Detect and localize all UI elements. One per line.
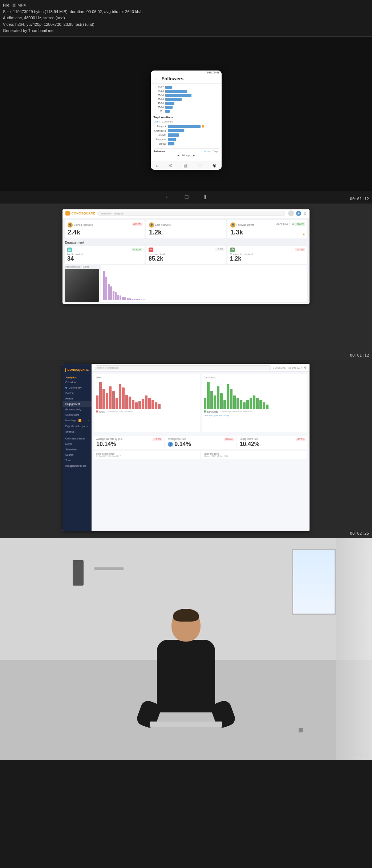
sidebar-item-comment-tracker[interactable]: Comment tracker (62, 436, 92, 441)
sidebar-item-exports[interactable]: Exports and reports (62, 423, 92, 429)
sidebar-item-tools[interactable]: Tools (62, 458, 92, 463)
sidebar-item-search[interactable]: Search (62, 452, 92, 458)
locations-tabs: Cities Countries (154, 120, 219, 123)
main-topbar: Search on Instagram 31 Aug 2017 - 29 Sep… (92, 364, 310, 372)
lifespan-bar (115, 292, 117, 300)
sidebar-item-engagement[interactable]: Engagement (62, 401, 92, 407)
comments-value: 1.2k (230, 256, 305, 262)
heart-nav-icon[interactable]: ♡ (198, 163, 202, 168)
days-tab[interactable]: Days (213, 150, 219, 153)
prev-period-button[interactable]: ◀ (177, 154, 179, 157)
comments-bar (204, 398, 206, 409)
file-info-line2: Size: 119473029 bytes (113.94 MiB), dura… (3, 9, 369, 15)
location-row: Chiang Mai (154, 129, 219, 132)
kpi-cards-row: Average talk rate by post 10.14% -17.5% … (92, 434, 310, 449)
age-chart-row: 45-54 (154, 102, 219, 105)
growth-value: 1.3k (230, 229, 304, 236)
likes-bar (132, 400, 134, 409)
lifespan-bar (103, 271, 105, 300)
comments-label: Comments received (230, 253, 305, 256)
phone-header: ← Followers (151, 75, 222, 84)
shelf (94, 567, 124, 570)
lifespan-bar (141, 300, 143, 300)
main-settings-icon[interactable]: ⚙ (304, 366, 307, 369)
back-arrow-icon[interactable]: ← (154, 76, 159, 82)
talk-rate-value: 10.14% (96, 441, 161, 447)
sidebar-item-community[interactable]: Community (62, 385, 92, 390)
sidebar-item-ig-feed[interactable]: Instagram feed lab (62, 463, 92, 469)
sidebar-item-reach[interactable]: Reach (62, 396, 92, 401)
android-recents-button[interactable]: ⬆ (203, 194, 207, 201)
sidebar-item-profile-activity[interactable]: Profile activity (62, 407, 92, 412)
sidebar-item-hashtags[interactable]: Hashtags ! › (62, 418, 92, 423)
android-back-button[interactable]: ← (165, 194, 170, 201)
likes-badge: +0.0% (215, 248, 224, 251)
location-row: Singapore (154, 138, 219, 141)
talk-rate-title: Average talk rate by post (96, 438, 161, 440)
most-commented-card: Most commented 31 Aug 2017 - 29 Sep 2017 (94, 451, 200, 459)
comments-bar (207, 382, 210, 409)
engagement-rate-card: Engagement rate 10.42% -17.2% (237, 436, 307, 449)
lost-followers-title: 👤 Lost followers (149, 222, 223, 228)
gained-followers-card: 👤 Gained followers 2.4k -28.5% (65, 220, 145, 238)
grid-nav-icon[interactable]: ▦ (183, 163, 187, 168)
search-nav-icon[interactable]: ⊙ (169, 163, 173, 168)
comments-icon: 💬 (230, 248, 235, 252)
age-chart-row: 55-64 (154, 106, 219, 109)
desktop-browser: ICONOSQUARE Search on Instagram + ⚙ 👤 Ga… (62, 209, 310, 304)
next-period-button[interactable]: ▶ (193, 154, 195, 157)
sidebar-section-title: Analytics (62, 375, 92, 379)
hashtags-badge: ! (78, 419, 81, 422)
android-home-button[interactable]: □ (185, 194, 189, 201)
comments-bar (227, 384, 229, 409)
settings-icon[interactable]: ⚙ (303, 212, 307, 216)
lost-value: 1.2k (149, 229, 223, 236)
phone-status-text: 93% 09:41 (207, 71, 219, 74)
user-avatar[interactable] (288, 210, 294, 216)
comments-bar (246, 400, 249, 409)
location-row: Bangkok (154, 125, 219, 128)
app-logo: ICONOSQUARE (65, 211, 95, 216)
sidebar-item-content[interactable]: Content (62, 390, 92, 396)
first-usage-note: Check out your first usage (204, 414, 306, 417)
likes-bar (148, 398, 151, 409)
sidebar-item-competitors[interactable]: Competitors › (62, 412, 92, 418)
home-nav-icon[interactable]: ⌂ (156, 163, 158, 168)
cities-tab[interactable]: Cities (154, 120, 160, 123)
likes-bar (96, 395, 98, 409)
phone-body: 13-1718-2425-3435-4445-5455-6465+ Top Lo… (151, 84, 222, 161)
main-date-range[interactable]: 31 Aug 2017 - 29 Sep 2017 (273, 366, 302, 369)
hours-tab[interactable]: Hours (204, 150, 211, 153)
section-iconosquare-1: ICONOSQUARE Search on Instagram + ⚙ 👤 Ga… (0, 204, 372, 360)
sidebar-item-scheduler[interactable]: Scheduler (62, 447, 92, 452)
star-icon: ★ (302, 233, 305, 236)
likes-bar (106, 393, 108, 409)
lifespan-bar (124, 297, 126, 300)
comments-bar (233, 395, 236, 409)
logo-icon (65, 211, 70, 216)
main-search[interactable]: Search on Instagram (94, 365, 271, 370)
competitors-arrow: › (88, 414, 89, 416)
person-head (171, 609, 201, 642)
sidebar-item-media[interactable]: Media (62, 441, 92, 447)
age-chart-row: 18-24 (154, 90, 219, 93)
age-chart-row: 35-44 (154, 98, 219, 101)
profile-nav-icon[interactable]: ◉ (213, 163, 216, 168)
timestamp-3: 00:02:25 (350, 531, 369, 536)
likes-value: 85.2k (149, 256, 223, 262)
countries-tab[interactable]: Countries (162, 120, 173, 123)
app-topbar: ICONOSQUARE Search on Instagram + ⚙ (62, 209, 310, 218)
app-name: ICONOSQUARE (70, 212, 95, 215)
add-button[interactable]: + (296, 211, 301, 216)
community-dot (65, 387, 67, 389)
sidebar-logo: ICONOSQUARE (62, 367, 92, 375)
age-chart: 13-1718-2425-3435-4445-5455-6465+ (154, 86, 219, 113)
lifespan-image (65, 269, 99, 302)
media-lifespan-section: Media lifespan - Likes (62, 264, 310, 304)
sidebar-item-overview[interactable]: Overview (62, 379, 92, 385)
sidebar-item-settings[interactable]: Settings (62, 429, 92, 434)
search-bar[interactable]: Search on Instagram (98, 211, 285, 216)
analytics-main: Search on Instagram 31 Aug 2017 - 29 Sep… (92, 364, 310, 531)
comments-chart-card: Comments Comments --- Average comments p… (202, 374, 308, 432)
followers-bottom-label: Followers (154, 150, 166, 153)
